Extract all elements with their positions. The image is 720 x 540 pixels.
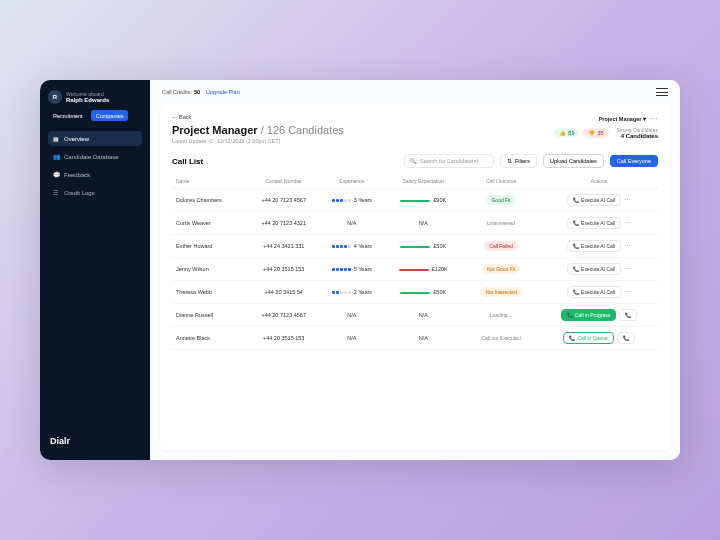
table-row: Dolores Chambers+44 20 7123 45673 Years£… [172,189,658,212]
cell-contact: +44 20 3515 153 [248,327,319,350]
thumbs-down-count: 35 [597,130,603,136]
page-title: Project Manager / 126 Candidates [172,124,344,136]
nav-label: Overview [64,136,89,142]
row-more-icon[interactable]: ⋯ [624,196,631,203]
nav-label: Credit Logs [64,190,95,196]
grid-icon: ▦ [53,135,60,142]
content-header: ← Back Project Manager / 126 Candidates … [172,114,658,144]
cell-name: Jenny Wilson [172,258,248,281]
cell-salary: £50K [384,281,462,304]
upgrade-link[interactable]: Upgrade Plan [206,89,240,95]
action-button[interactable]: 📞 Call in Queue [563,332,613,344]
col-call-outcome: Call Outcome [462,174,540,189]
phone-button[interactable]: 📞 [619,309,637,321]
cell-contact: +44 20 7123 4321 [248,212,319,235]
cell-actions: 📞 Call in Progress📞 [540,304,658,327]
cell-outcome: Unanswered [462,212,540,235]
action-button[interactable]: 📞 Execute AI Call [567,263,621,275]
col-experience: Experience [319,174,384,189]
avatar: R [48,90,62,104]
cell-contact: +44 20 3515 153 [248,258,319,281]
filters-icon: ⇅ [507,158,512,164]
search-placeholder: Search for Candidate(s) [420,158,478,164]
table-header-row: NameContact NumberExperienceSalary Expec… [172,174,658,189]
cell-experience: 2 Years [319,281,384,304]
table-row: Theresa Webb+44 20 3415 542 Years£50KNot… [172,281,658,304]
cell-outcome: Loading… [462,304,540,327]
cell-outcome: Not Interested [462,281,540,304]
candidates-table: NameContact NumberExperienceSalary Expec… [172,174,658,350]
action-button[interactable]: 📞 Execute AI Call [567,194,621,206]
users-icon: 👥 [53,153,60,160]
nav-label: Feedback [64,172,90,178]
updated-label: Latest Update: [172,138,209,144]
action-button[interactable]: 📞 Execute AI Call [567,240,621,252]
phone-icon: 📞 [569,335,575,341]
thumbs-up-count: 89 [568,130,574,136]
row-more-icon[interactable]: ⋯ [624,219,631,226]
cell-contact: +44 24 3421 331 [248,235,319,258]
phone-icon: 📞 [573,220,579,226]
cell-experience: N/A [319,212,384,235]
call-everyone-button[interactable]: Call Everyone [610,155,658,167]
list-title: Call List [172,157,203,166]
cell-actions: 📞 Execute AI Call⋯ [540,235,658,258]
table-row: Jenny Wilson+44 20 3515 1535 Years£120KN… [172,258,658,281]
col-name: Name [172,174,248,189]
cell-experience: N/A [319,327,384,350]
filters-button[interactable]: ⇅Filters [500,154,537,168]
cell-actions: 📞 Execute AI Call⋯ [540,281,658,304]
app-window: R Welcome aboard Ralph Edwards Recruitme… [40,80,680,460]
role-dropdown[interactable]: Project Manager ▾ [599,116,646,122]
nav-credit-logs[interactable]: ☰Credit Logs [48,185,142,200]
search-icon: 🔍 [410,158,417,164]
nav-overview[interactable]: ▦Overview [48,131,142,146]
cell-outcome: Good Fit [462,189,540,212]
list-toolbar: Call List 🔍 Search for Candidate(s) ⇅Fil… [172,154,658,168]
phone-icon: 📞 [567,312,573,318]
sidebar-tab-companies[interactable]: Companies [91,110,129,121]
row-more-icon[interactable]: ⋯ [624,288,631,295]
menu-icon[interactable] [656,88,668,96]
phone-icon: 📞 [573,289,579,295]
cell-actions: 📞 Execute AI Call⋯ [540,212,658,235]
cell-salary: N/A [384,212,462,235]
row-more-icon[interactable]: ⋯ [624,242,631,249]
nav-feedback[interactable]: 💬Feedback [48,167,142,182]
credits-value: 50 [194,89,200,95]
title-role: Project Manager [172,124,258,136]
phone-button[interactable]: 📞 [617,332,635,344]
col-contact-number: Contact Number [248,174,319,189]
header-more-icon[interactable]: ⋯ [650,114,658,123]
col-actions: Actions [540,174,658,189]
cell-contact: +44 20 3415 54 [248,281,319,304]
topbar: Call Credits: 50 Upgrade Plan [150,80,680,104]
cell-salary: £50K [384,235,462,258]
chat-icon: 💬 [53,171,60,178]
table-row: Annette Black+44 20 3515 153N/AN/ACall n… [172,327,658,350]
cell-contact: +44 20 7123 4567 [248,304,319,327]
cell-experience: 5 Years [319,258,384,281]
action-button[interactable]: 📞 Execute AI Call [567,217,621,229]
search-input[interactable]: 🔍 Search for Candidate(s) [404,154,494,168]
sidebar-tab-recruitment[interactable]: Recruitment [48,110,88,121]
header-right: Project Manager ▾ ⋯ 👍 89 👎 35 Strong Can… [554,114,658,139]
cell-name: Theresa Webb [172,281,248,304]
back-link[interactable]: ← Back [172,114,344,120]
row-more-icon[interactable]: ⋯ [624,265,631,272]
nav-candidate-database[interactable]: 👥Candidate Database [48,149,142,164]
action-button[interactable]: 📞 Execute AI Call [567,286,621,298]
upload-button[interactable]: Upload Candidates [543,154,604,168]
sidebar-tabs: RecruitmentCompanies [48,110,142,121]
cell-name: Esther Howard [172,235,248,258]
cell-contact: +44 20 7123 4567 [248,189,319,212]
updated-value: 12/12/2023 (1:50pm CET) [217,138,281,144]
cell-name: Annette Black [172,327,248,350]
cell-outcome: Call not Executed [462,327,540,350]
thumbs-up-pill: 👍 89 [554,128,579,138]
action-button[interactable]: 📞 Call in Progress [561,309,616,321]
last-updated: Latest Update: ⏱ 12/12/2023 (1:50pm CET) [172,138,344,144]
table-row: Curtis Weaver+44 20 7123 4321N/AN/AUnans… [172,212,658,235]
brand-logo: Dialr [48,432,142,450]
phone-icon: 📞 [573,243,579,249]
